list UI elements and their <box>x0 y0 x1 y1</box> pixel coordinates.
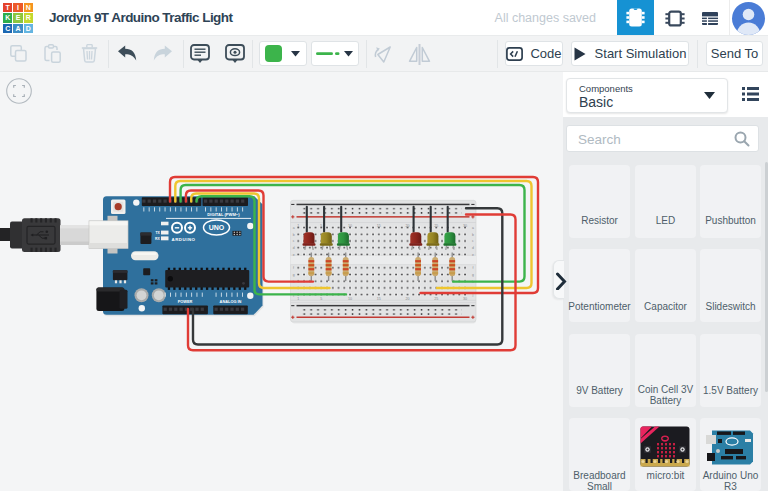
svg-text:b: b <box>472 233 474 237</box>
svg-text:20: 20 <box>406 224 410 228</box>
svg-text:a: a <box>472 226 474 230</box>
svg-text:25: 25 <box>434 224 438 228</box>
svg-text:15: 15 <box>377 224 381 228</box>
svg-text:1: 1 <box>297 224 299 228</box>
svg-text:d: d <box>472 246 474 250</box>
svg-text:a: a <box>293 226 295 230</box>
svg-text:f: f <box>472 266 473 270</box>
svg-text:UNO: UNO <box>209 224 225 231</box>
svg-text:g: g <box>293 273 295 277</box>
svg-text:TX: TX <box>155 231 160 235</box>
svg-text:1: 1 <box>297 297 299 301</box>
svg-text:30: 30 <box>463 224 467 228</box>
svg-text:DIGITAL (PWM~): DIGITAL (PWM~) <box>207 212 240 217</box>
svg-text:20: 20 <box>406 297 410 301</box>
svg-text:5: 5 <box>320 297 322 301</box>
svg-text:b: b <box>293 233 295 237</box>
svg-text:10: 10 <box>348 224 352 228</box>
svg-text:c: c <box>293 239 295 243</box>
svg-text:POWER: POWER <box>178 299 193 304</box>
svg-text:25: 25 <box>434 297 438 301</box>
svg-text:e: e <box>293 253 295 257</box>
svg-text:15: 15 <box>377 297 381 301</box>
svg-text:g: g <box>472 273 474 277</box>
svg-text:RX: RX <box>155 237 160 241</box>
svg-text:ARDUINO: ARDUINO <box>172 237 196 242</box>
svg-text:f: f <box>293 266 294 270</box>
svg-text:5: 5 <box>320 224 322 228</box>
svg-text:c: c <box>472 239 474 243</box>
svg-text:e: e <box>472 253 474 257</box>
svg-text:30: 30 <box>463 297 467 301</box>
svg-text:d: d <box>293 246 295 250</box>
svg-text:10: 10 <box>348 297 352 301</box>
svg-text:ANALOG IN: ANALOG IN <box>220 299 242 304</box>
